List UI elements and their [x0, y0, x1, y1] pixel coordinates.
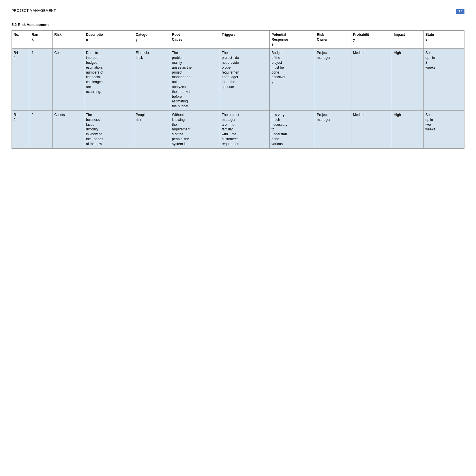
col-header-prob: Probabilit y — [351, 31, 392, 49]
cell-imp: High — [392, 49, 423, 111]
cell-trig: Theproject donot provideproperrequiremen… — [220, 49, 270, 111]
col-header-cat: Categor y — [134, 31, 170, 49]
cell-trig: The projectmanagerare notfamiliarwith th… — [220, 110, 270, 148]
col-header-pot: Potential Response s — [270, 31, 315, 49]
table-header-row: No. Ran k Risk Descriptio n Categor y Ro… — [12, 31, 464, 49]
cell-root: Withoutknowingtherequirements of thepeop… — [170, 110, 220, 148]
page-title: PROJECT MANAGEMENT — [12, 9, 56, 13]
cell-root: Theproblemmainlyarises as theprojectmana… — [170, 49, 220, 111]
cell-no: R19 — [12, 110, 30, 148]
cell-cat: Peoplerisk — [134, 110, 170, 148]
cell-risk: Cost — [53, 49, 84, 111]
col-header-risk: Risk — [53, 31, 84, 49]
col-header-root: Root Cause — [170, 31, 220, 49]
cell-pot: It is verymuchnecessarytounderstand thev… — [270, 110, 315, 148]
col-header-rank: Ran k — [30, 31, 52, 49]
col-header-trig: Triggers — [220, 31, 270, 49]
cell-stat: Setup in3weeks. — [423, 49, 464, 111]
cell-desc: Thebusinessfacesdifficultyin knowingthe … — [84, 110, 134, 148]
page-number: 17 — [456, 9, 464, 14]
cell-imp: High — [392, 110, 423, 148]
section-title: 5.2 Risk Assessment — [12, 23, 464, 27]
cell-stat: Setup intwoweeks — [423, 110, 464, 148]
cell-owner: Projectmanager — [315, 110, 351, 148]
cell-prob: Medium — [351, 110, 392, 148]
cell-rank: 2 — [30, 110, 52, 148]
cell-desc: Due toimproperbudgetestimation,numbers o… — [84, 49, 134, 111]
cell-risk: Clients — [53, 110, 84, 148]
col-header-imp: Impact — [392, 31, 423, 49]
page-header: PROJECT MANAGEMENT 17 — [12, 9, 464, 14]
cell-owner: Projectmanager — [315, 49, 351, 111]
cell-prob: Medium — [351, 49, 392, 111]
cell-no: R44 — [12, 49, 30, 111]
cell-rank: 1 — [30, 49, 52, 111]
table-row: R19 2 Clients Thebusinessfacesdifficulty… — [12, 110, 464, 148]
col-header-owner: Risk Owner — [315, 31, 351, 49]
risk-assessment-table: No. Ran k Risk Descriptio n Categor y Ro… — [12, 30, 464, 149]
table-row: R44 1 Cost Due toimproperbudgetestimatio… — [12, 49, 464, 111]
cell-cat: Financial risk — [134, 49, 170, 111]
col-header-stat: Statu s — [423, 31, 464, 49]
cell-pot: Budgetof theprojectmust bedoneeffectivel… — [270, 49, 315, 111]
col-header-no: No. — [12, 31, 30, 49]
col-header-desc: Descriptio n — [84, 31, 134, 49]
